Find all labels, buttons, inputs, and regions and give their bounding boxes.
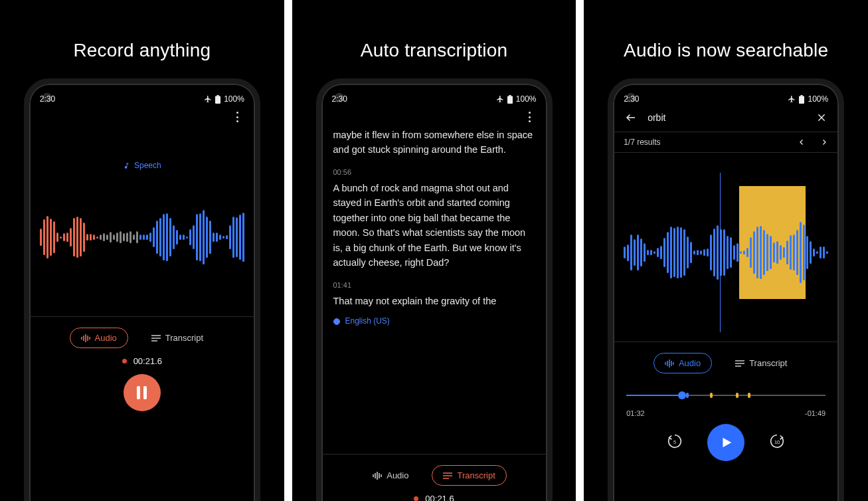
svg-text:5: 5 bbox=[673, 439, 676, 445]
close-icon[interactable] bbox=[816, 112, 827, 123]
skip-forward-button[interactable]: 10 bbox=[768, 433, 786, 452]
scrub-bar[interactable] bbox=[626, 384, 825, 408]
waveform bbox=[37, 181, 247, 294]
battery-icon bbox=[799, 95, 804, 104]
status-battery: 100% bbox=[516, 94, 537, 104]
status-battery: 100% bbox=[224, 94, 244, 104]
tab-audio[interactable]: Audio bbox=[361, 465, 420, 486]
search-input[interactable] bbox=[646, 112, 807, 124]
timestamp: 00:56 bbox=[333, 167, 535, 178]
transcript-icon bbox=[443, 472, 452, 479]
skip-forward-icon: 10 bbox=[768, 433, 786, 450]
next-result-icon[interactable] bbox=[820, 138, 828, 146]
tab-transcript[interactable]: Transcript bbox=[140, 328, 215, 348]
status-bar: 2:30 100% bbox=[37, 92, 247, 106]
status-bar: 2:30 100% bbox=[621, 92, 831, 106]
transcript-icon bbox=[735, 360, 744, 367]
time-current: 01:32 bbox=[626, 409, 645, 417]
waveform-search[interactable] bbox=[621, 166, 831, 339]
transcript-line: maybe it flew in from somewhere else in … bbox=[333, 128, 535, 157]
back-arrow-icon[interactable] bbox=[625, 112, 637, 124]
svg-rect-0 bbox=[215, 96, 220, 104]
music-note-icon bbox=[123, 162, 130, 169]
timestamp: 01:41 bbox=[333, 280, 535, 291]
panel-headline: Audio is now searchable bbox=[584, 40, 868, 61]
phone-frame: 2:30 100% maybe it flew in from somewher… bbox=[316, 78, 553, 501]
transcript-line: That may not explain the gravity of the bbox=[333, 294, 535, 308]
status-bar: 2:30 100% bbox=[329, 92, 539, 106]
play-icon bbox=[719, 435, 733, 450]
svg-rect-20 bbox=[799, 96, 804, 104]
svg-rect-21 bbox=[801, 95, 803, 96]
tab-audio[interactable]: Audio bbox=[653, 353, 712, 373]
recording-timer: 00:21.6 bbox=[37, 356, 247, 366]
tab-audio[interactable]: Audio bbox=[70, 328, 128, 348]
language-dot-icon bbox=[333, 318, 340, 325]
audio-wave-icon bbox=[665, 359, 674, 367]
transcript-body[interactable]: maybe it flew in from somewhere else in … bbox=[329, 128, 539, 431]
panel-search: Audio is now searchable 2:30 100% bbox=[584, 0, 868, 501]
svg-text:10: 10 bbox=[774, 439, 780, 445]
search-results-bar: 1/7 results bbox=[613, 132, 839, 153]
scrub-handle[interactable] bbox=[678, 391, 686, 399]
speech-tag: Speech bbox=[37, 161, 247, 170]
svg-marker-34 bbox=[723, 438, 732, 448]
status-time: 2:30 bbox=[624, 94, 639, 104]
transcript-line: A bunch of rock and magma shot out and s… bbox=[333, 181, 535, 270]
status-battery: 100% bbox=[808, 94, 828, 104]
transcript-icon bbox=[151, 335, 161, 342]
phone-frame: 2:30 100% 1/7 results bbox=[608, 78, 844, 501]
record-dot-icon bbox=[414, 496, 418, 501]
phone-frame: 2:30 100% Speech bbox=[24, 78, 260, 501]
battery-icon bbox=[215, 95, 220, 104]
status-time: 2:30 bbox=[332, 94, 347, 104]
time-remaining: -01:49 bbox=[805, 409, 825, 417]
playhead-cursor bbox=[720, 173, 721, 332]
airplane-mode-icon bbox=[496, 95, 504, 103]
skip-back-icon: 5 bbox=[666, 433, 683, 450]
pause-icon bbox=[137, 386, 147, 399]
results-count: 1/7 results bbox=[624, 138, 660, 147]
panel-headline: Record anything bbox=[0, 40, 284, 61]
prev-result-icon[interactable] bbox=[798, 138, 806, 146]
tab-transcript[interactable]: Transcript bbox=[724, 353, 798, 373]
recording-timer: 00:21.6 bbox=[329, 494, 539, 501]
audio-wave-icon bbox=[81, 334, 90, 342]
more-menu-icon[interactable] bbox=[232, 112, 243, 122]
record-dot-icon bbox=[122, 359, 127, 363]
airplane-mode-icon bbox=[204, 95, 212, 103]
panel-headline: Auto transcription bbox=[292, 40, 576, 61]
audio-wave-icon bbox=[373, 472, 382, 480]
play-button[interactable] bbox=[707, 424, 744, 461]
panel-record: Record anything 2:30 100% Speech bbox=[0, 0, 284, 501]
svg-rect-1 bbox=[217, 95, 219, 96]
svg-rect-10 bbox=[507, 96, 513, 104]
battery-icon bbox=[507, 95, 513, 104]
tab-transcript[interactable]: Transcript bbox=[432, 465, 506, 486]
pause-button[interactable] bbox=[124, 374, 161, 411]
skip-back-button[interactable]: 5 bbox=[666, 433, 683, 452]
svg-rect-11 bbox=[509, 95, 511, 96]
language-indicator[interactable]: English (US) bbox=[333, 315, 535, 328]
panel-transcription: Auto transcription 2:30 100% maybe it fl… bbox=[292, 0, 576, 501]
airplane-mode-icon bbox=[788, 95, 796, 103]
more-menu-icon[interactable] bbox=[525, 112, 535, 122]
status-time: 2:30 bbox=[40, 94, 55, 104]
